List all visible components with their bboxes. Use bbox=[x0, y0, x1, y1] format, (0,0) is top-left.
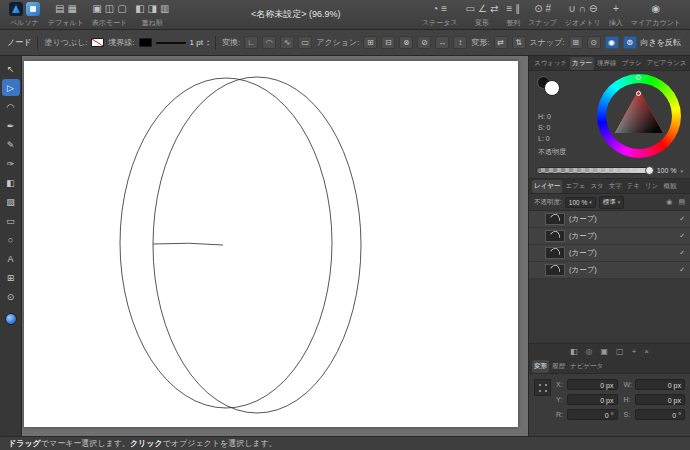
move-tool[interactable]: ↖ bbox=[2, 60, 20, 77]
action-flip-horizontal-icon[interactable]: ↔ bbox=[435, 36, 449, 49]
action-open-curve-icon[interactable]: ⊟ bbox=[381, 36, 395, 49]
w-input[interactable]: 0 px bbox=[635, 379, 686, 390]
y-input[interactable]: 0 px bbox=[567, 394, 618, 405]
layer-row[interactable]: (カーブ) ✓ bbox=[529, 228, 690, 245]
transform-mode-icon-2[interactable]: ⇅ bbox=[512, 36, 526, 49]
insert-icon[interactable]: + bbox=[613, 4, 619, 14]
convert-sharp-icon[interactable]: ∟ bbox=[244, 36, 258, 49]
rotation-input[interactable]: 0 ° bbox=[567, 409, 618, 420]
tab-overview[interactable]: 概観 bbox=[661, 180, 678, 193]
tab-appearance[interactable]: アピアランス bbox=[645, 57, 689, 70]
layer-lock-icon[interactable]: ◉ bbox=[666, 198, 672, 206]
tab-effects[interactable]: エフェ bbox=[563, 180, 587, 193]
layer-group-icon[interactable]: ▢ bbox=[616, 347, 624, 356]
rectangle-tool[interactable]: ▭ bbox=[2, 212, 20, 229]
shear-input[interactable]: 0 ° bbox=[635, 409, 686, 420]
transform-icon-2[interactable]: ∠ bbox=[478, 4, 487, 14]
tab-transform[interactable]: 変形 bbox=[532, 360, 549, 373]
shade-selector-dot[interactable] bbox=[636, 91, 641, 96]
status-icon-2[interactable]: ≡ bbox=[441, 4, 447, 14]
view-mode-icon-1[interactable]: ▣ bbox=[92, 4, 101, 14]
action-flip-vertical-icon[interactable]: ↕ bbox=[453, 36, 467, 49]
convert-smooth-icon[interactable]: ◠ bbox=[262, 36, 276, 49]
pen-tool[interactable]: ✒ bbox=[2, 117, 20, 134]
node-tool[interactable]: ▷ bbox=[2, 79, 20, 96]
order-icon-2[interactable]: ◨ bbox=[148, 4, 157, 14]
artboard[interactable] bbox=[24, 61, 518, 427]
order-icon-1[interactable]: ◧ bbox=[135, 4, 144, 14]
layer-visibility-checkbox[interactable]: ✓ bbox=[679, 215, 685, 223]
anchor-point-selector[interactable] bbox=[534, 379, 551, 396]
opacity-dropdown-icon[interactable]: ▾ bbox=[680, 168, 683, 174]
layer-visibility-checkbox[interactable]: ✓ bbox=[679, 232, 685, 240]
transparency-tool[interactable]: ▨ bbox=[2, 193, 20, 210]
color-wheel[interactable] bbox=[597, 74, 681, 158]
tab-character[interactable]: 文字 bbox=[607, 180, 624, 193]
status-icon-1[interactable]: ◔ bbox=[432, 4, 438, 14]
snap-selected-layers-icon[interactable]: ⊚ bbox=[623, 36, 637, 49]
hue-selector-dot[interactable] bbox=[636, 75, 641, 80]
pencil-tool[interactable]: ✎ bbox=[2, 136, 20, 153]
curve-artwork[interactable] bbox=[24, 61, 518, 427]
blend-mode-select[interactable]: 標準▾ bbox=[599, 196, 625, 209]
tab-layers[interactable]: レイヤー bbox=[532, 180, 562, 193]
view-mode-icon-2[interactable]: ◫ bbox=[105, 4, 114, 14]
fill-color-indicator[interactable] bbox=[544, 80, 560, 96]
layers-opacity-select[interactable]: 100 %▾ bbox=[565, 197, 596, 208]
text-tool[interactable]: A bbox=[2, 250, 20, 267]
layer-row[interactable]: (カーブ) ✓ bbox=[529, 211, 690, 228]
geometry-icon-2[interactable]: ∩ bbox=[579, 4, 586, 14]
layer-settings-icon[interactable]: ▤ bbox=[678, 198, 685, 206]
tab-text-styles[interactable]: テキ bbox=[625, 180, 642, 193]
layer-effects-icon[interactable]: ◧ bbox=[570, 347, 578, 356]
view-mode-icon-3[interactable]: ▢ bbox=[117, 4, 126, 14]
saturation-value[interactable]: 0 bbox=[547, 122, 551, 133]
canvas-viewport[interactable] bbox=[22, 56, 528, 436]
snap-to-grid-icon[interactable]: ⊞ bbox=[569, 36, 583, 49]
snap-icon-1[interactable]: ⊙ bbox=[534, 4, 542, 14]
stroke-width-stepper[interactable]: ▴▾ bbox=[207, 39, 209, 47]
layer-row[interactable]: (カーブ) ✓ bbox=[529, 245, 690, 262]
default-icon-2[interactable]: ▦ bbox=[67, 4, 76, 14]
align-icon-2[interactable]: ∥ bbox=[515, 4, 520, 14]
geometry-icon-3[interactable]: ⊖ bbox=[589, 4, 597, 14]
action-close-curve-icon[interactable]: ⊞ bbox=[363, 36, 377, 49]
transform-icon-1[interactable]: ▭ bbox=[466, 4, 475, 14]
snap-to-geometry-icon[interactable]: ⊙ bbox=[587, 36, 601, 49]
lightness-value[interactable]: 0 bbox=[546, 133, 550, 144]
opacity-value[interactable]: 100 % bbox=[657, 167, 677, 174]
vector-crop-tool[interactable]: ⊞ bbox=[2, 269, 20, 286]
order-icon-3[interactable]: ▥ bbox=[160, 4, 169, 14]
layer-adjustment-icon[interactable]: ◎ bbox=[586, 347, 593, 356]
add-layer-icon[interactable]: + bbox=[632, 347, 637, 356]
tab-swatches[interactable]: スウォッチ bbox=[532, 57, 569, 70]
vector-brush-tool[interactable]: ✑ bbox=[2, 155, 20, 172]
convert-smart-icon[interactable]: ∿ bbox=[280, 36, 294, 49]
tab-links[interactable]: リン bbox=[643, 180, 660, 193]
opacity-slider[interactable] bbox=[536, 167, 653, 174]
hue-value[interactable]: 0 bbox=[547, 111, 551, 122]
align-icon-1[interactable]: ≡ bbox=[506, 4, 512, 14]
action-break-curve-icon[interactable]: ⊘ bbox=[417, 36, 431, 49]
corner-tool[interactable]: ◠ bbox=[2, 98, 20, 115]
my-account-icon[interactable]: ◉ bbox=[652, 4, 661, 14]
fill-tool[interactable]: ◧ bbox=[2, 174, 20, 191]
reverse-direction-button[interactable]: 向きを反転 bbox=[641, 37, 681, 48]
h-input[interactable]: 0 px bbox=[635, 394, 686, 405]
transform-mode-icon-1[interactable]: ⇄ bbox=[494, 36, 508, 49]
layer-visibility-checkbox[interactable]: ✓ bbox=[679, 249, 685, 257]
tab-color[interactable]: カラー bbox=[570, 57, 594, 70]
layer-visibility-checkbox[interactable]: ✓ bbox=[679, 266, 685, 274]
layer-row[interactable]: (カーブ) ✓ bbox=[529, 262, 690, 279]
transform-icon-3[interactable]: ⇄ bbox=[490, 4, 498, 14]
snap-icon-2[interactable]: # bbox=[546, 4, 552, 14]
stroke-width-value[interactable]: 1 pt bbox=[190, 38, 203, 47]
ellipse-tool[interactable]: ○ bbox=[2, 231, 20, 248]
tab-history[interactable]: 履歴 bbox=[550, 360, 567, 373]
fill-swatch[interactable] bbox=[91, 38, 104, 47]
stroke-swatch[interactable] bbox=[139, 38, 152, 47]
x-input[interactable]: 0 px bbox=[567, 379, 618, 390]
opacity-slider-knob[interactable] bbox=[645, 166, 654, 175]
stroke-style-preview[interactable] bbox=[156, 42, 186, 44]
zoom-tool[interactable]: ⊙ bbox=[2, 288, 20, 305]
